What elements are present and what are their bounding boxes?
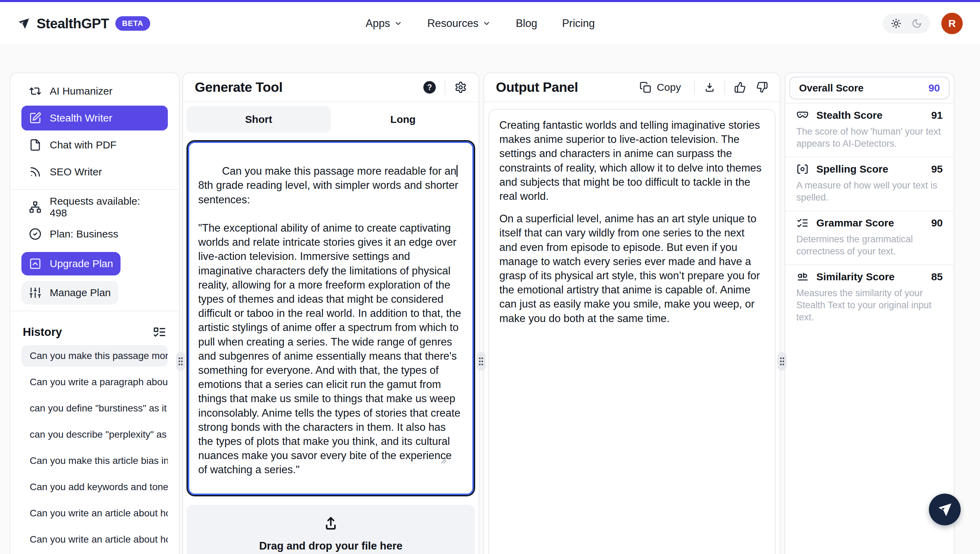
whole-word-icon [796,271,809,283]
copy-button[interactable]: Copy [635,81,685,94]
sliders-icon [29,287,41,299]
beta-badge: BETA [115,16,150,31]
divider [10,310,179,311]
panel-resize-handle[interactable] [176,352,185,371]
length-tabs: Short Long [183,102,479,132]
sidebar-item-ai-humanizer[interactable]: AI Humanizer [21,79,168,103]
main-nav: Apps Resources Blog Pricing [366,17,595,30]
resize-handle-icon[interactable] [441,429,470,492]
header: StealthGPT BETA Apps Resources Blog Pric… [0,2,980,46]
brand[interactable]: StealthGPT BETA [17,16,150,32]
network-icon [29,201,41,213]
avatar[interactable]: R [941,13,963,34]
overall-score-pill: Overall Score 90 [789,76,950,99]
spelling-score-value: 95 [931,163,943,175]
square-chevron-up-icon [29,258,41,270]
download-icon[interactable] [704,81,715,93]
similarity-score-value: 85 [931,271,943,283]
output-header-tools: Copy [635,80,768,95]
stealth-score-row: Stealth Score 91 The score of how 'human… [785,103,954,158]
divider [10,189,179,190]
list-todo-icon[interactable] [153,325,166,339]
plan-label: Plan: Business [50,228,118,240]
generate-panel-title: Generate Tool [195,80,282,95]
generate-panel-header: Generate Tool ? [183,73,479,102]
history-list: Can you make this passage more ... Can y… [10,343,179,554]
nav-pricing[interactable]: Pricing [562,17,595,30]
divider [725,80,725,95]
output-panel-title: Output Panel [496,80,578,95]
list-checks-icon [796,217,809,229]
history-item[interactable]: can you define "burstiness" as it ... [21,398,168,419]
history-item[interactable]: Can you write an article about ho... [21,503,168,524]
prompt-text-before-caret: Can you make this passage more readable … [222,165,456,177]
help-icon[interactable]: ? [423,81,436,94]
grammar-score-row: Grammar Score 90 Determines the grammati… [785,211,954,265]
stealthgpt-fab[interactable] [929,494,961,525]
output-paragraph: On a superficial level, anime has an art… [499,212,765,325]
stealthgpt-app: StealthGPT BETA Apps Resources Blog Pric… [0,0,980,554]
sidebar-item-label: AI Humanizer [50,85,113,97]
stealth-score-label: Stealth Score [816,110,883,121]
spelling-score-label: Spelling Score [816,163,888,175]
stealth-score-value: 91 [931,110,943,121]
sidebar: AI Humanizer Stealth Writer Chat with PD… [10,73,180,554]
similarity-score-label: Similarity Score [816,271,895,283]
panel-resize-handle[interactable] [778,352,787,371]
sidebar-item-stealth-writer[interactable]: Stealth Writer [21,106,168,131]
file-dropzone[interactable]: Drag and drop your file here [186,505,475,554]
moon-icon [911,18,922,29]
file-icon [29,139,41,151]
nav-resources[interactable]: Resources [427,17,491,30]
history-item[interactable]: Can you make this article bias in f... [21,450,168,471]
sun-icon [891,18,901,29]
upgrade-plan-button[interactable]: Upgrade Plan [21,252,121,275]
history-item[interactable]: Can you write an article about ho... [21,529,168,550]
history-item[interactable]: Can you make this passage more ... [21,345,168,366]
manage-plan-button[interactable]: Manage Plan [21,281,118,304]
sidebar-item-label: Chat with PDF [50,139,116,151]
plan-row: Plan: Business [21,221,168,247]
nav-blog[interactable]: Blog [516,17,537,30]
output-panel: Output Panel Copy Creating fant [483,73,781,554]
requests-available-label: Requests available: 498 [50,195,160,219]
pen-square-icon [29,112,41,124]
history-item[interactable]: can you describe "perplexity" as i... [21,424,168,445]
grammar-score-label: Grammar Score [816,217,894,229]
history-title: History [23,325,62,339]
theme-toggle[interactable] [883,13,930,33]
paper-plane-icon [937,501,953,518]
history-item[interactable]: Can you add keywords and tone t... [21,476,168,498]
gear-icon[interactable] [454,81,467,94]
scores-panel: Overall Score 90 Stealth Score 91 The sc… [784,73,955,554]
thumbs-up-icon[interactable] [734,81,746,93]
panel-resize-handle[interactable] [476,352,486,371]
output-panel-header: Output Panel Copy [484,73,780,102]
history-item[interactable]: Can you write a paragraph about ... [21,371,168,393]
copy-icon [639,81,651,93]
sidebar-item-seo-writer[interactable]: SEO Writer [21,159,168,184]
history-header: History [10,316,179,343]
generate-header-tools: ? [423,80,467,95]
sidebar-item-label: SEO Writer [50,166,102,178]
divider [694,80,695,95]
prompt-text-after-caret: 8th grade reading level, with simpler wo… [198,165,464,476]
similarity-score-row: Similarity Score 85 Measures the similar… [785,265,954,330]
content-area: AI Humanizer Stealth Writer Chat with PD… [0,46,980,554]
overall-score-value: 90 [929,82,940,94]
prompt-input[interactable]: Can you make this passage more readable … [186,140,475,497]
sidebar-item-chat-with-pdf[interactable]: Chat with PDF [21,132,168,158]
requests-available-row: Requests available: 498 [21,195,168,220]
divider [445,80,445,95]
tab-long[interactable]: Long [331,106,475,132]
tool-list: AI Humanizer Stealth Writer Chat with PD… [10,73,179,184]
tab-short[interactable]: Short [186,106,331,132]
generate-panel: Generate Tool ? Short Long Can you make … [182,73,479,554]
stealth-score-description: The score of how 'human' your text appea… [796,126,943,150]
spelling-score-row: Spelling Score 95 A measure of how well … [785,158,954,211]
nav-apps[interactable]: Apps [366,17,403,30]
thumbs-down-icon[interactable] [756,81,768,93]
grammar-score-value: 90 [931,217,943,229]
similarity-score-description: Measures the similarity of your Stealth … [796,287,943,323]
mask-icon [796,109,809,121]
